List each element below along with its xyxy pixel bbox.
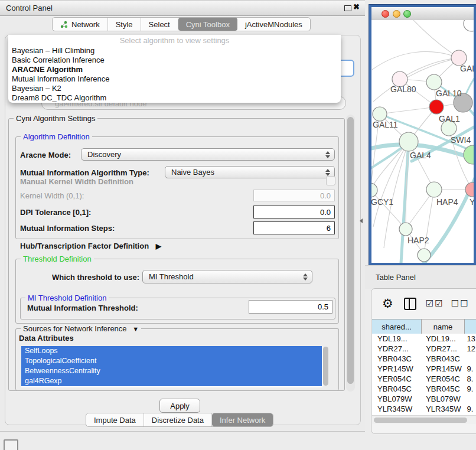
cell[interactable] [464, 354, 476, 364]
cell[interactable]: YDL19... [421, 334, 464, 344]
network-canvas[interactable]: GALGAL80GAL10GAL1GAL11SWI4GAL4GCY1HAP4YH… [371, 20, 474, 263]
mi-steps-input[interactable] [253, 221, 335, 234]
table-row[interactable]: YBL079WYBL079W [372, 394, 476, 404]
cell[interactable]: YDR27... [421, 344, 464, 354]
cell[interactable]: YLR345W [421, 404, 464, 414]
kernel-width-input[interactable] [253, 190, 335, 201]
settings-scrollbar[interactable] [346, 115, 355, 392]
cell[interactable]: YBR045C [421, 384, 464, 394]
table-row[interactable]: YLR345WYLR345W9. [372, 404, 476, 414]
settings-scrollbar-thumb[interactable] [347, 117, 354, 384]
control-panel-window: Control Panel ✖ NetworkStyleSelectCyni T… [0, 0, 365, 432]
data-attribute-item[interactable]: BetweennessCentrality [21, 366, 322, 376]
sources-toggle[interactable]: Sources for Network Inference ▼ [21, 324, 141, 333]
table-panel-title: Table Panel [376, 273, 416, 282]
cell[interactable]: 9. [464, 404, 476, 414]
tab-discretize-data[interactable]: Discretize Data [144, 413, 212, 426]
cell[interactable]: YDR27... [372, 344, 421, 354]
network-node[interactable] [464, 20, 474, 31]
algorithm-option-dream8-dc-tdc-algorithm[interactable]: Dream8 DC_TDC Algorithm [8, 93, 341, 103]
network-node-gal4[interactable] [399, 132, 418, 151]
algorithm-dropdown: Select algorithm to view settings Bayesi… [8, 35, 341, 103]
zoom-traffic-light[interactable] [403, 10, 411, 18]
cell[interactable]: YBR045C [372, 384, 421, 394]
network-node-label: SWI4 [451, 135, 471, 145]
table-row[interactable]: YBR043CYBR043C [372, 354, 476, 364]
cell[interactable]: YLR345W [372, 404, 421, 414]
network-node-gal11[interactable] [373, 107, 387, 121]
hub-definition-toggle[interactable]: Hub/Transcription Factor Definition ▶ [20, 242, 161, 250]
apply-button[interactable]: Apply [159, 399, 200, 413]
cell[interactable]: YER054C [421, 374, 464, 384]
expand-arrow-icon: ▶ [156, 242, 161, 250]
network-node-hap2[interactable] [399, 223, 412, 236]
tab-cyni-toolbox[interactable]: Cyni Toolbox [178, 18, 237, 31]
cell[interactable]: 8. [464, 374, 476, 384]
algorithm-option-bayesian-k2[interactable]: Bayesian – K2 [8, 84, 341, 93]
mi-algorithm-type-select[interactable]: Naive Bayes [165, 166, 335, 178]
table-horizontal-scrollbar[interactable] [372, 415, 476, 424]
algorithm-option-mutual-information-inference[interactable]: Mutual Information Inference [8, 74, 341, 84]
tab-select[interactable]: Select [141, 18, 178, 31]
network-node-gcy1[interactable] [371, 183, 377, 197]
cell[interactable]: 9. [464, 364, 476, 374]
list-scrollbar[interactable] [322, 346, 329, 387]
close-traffic-light[interactable] [382, 10, 389, 18]
cell[interactable]: YBR043C [372, 354, 421, 364]
tab-network[interactable]: Network [53, 18, 108, 31]
tab-infer-network[interactable]: Infer Network [212, 413, 273, 426]
manual-kernel-width-label: Manual Kernel Width Definition [20, 177, 133, 186]
network-node-hap4[interactable] [426, 182, 442, 197]
float-window-button[interactable] [344, 5, 351, 11]
cell[interactable]: YBL079W [372, 394, 421, 404]
data-attribute-item[interactable]: SelfLoops [21, 346, 322, 356]
algorithm-option-bayesian-hill-climbing[interactable]: Bayesian – Hill Climbing [8, 46, 341, 56]
tab-impute-data[interactable]: Impute Data [86, 413, 144, 426]
cell[interactable]: 13 [464, 334, 476, 344]
network-node-gal1[interactable] [429, 100, 444, 114]
table-row[interactable]: YBR045CYBR045C9. [372, 384, 476, 394]
minimized-panel-icon[interactable] [4, 439, 18, 450]
dpi-tolerance-input[interactable] [253, 206, 335, 219]
which-threshold-select[interactable]: MI Threshold [142, 270, 312, 283]
table-row[interactable]: YDL19...YDL19...13 [372, 334, 476, 344]
cell[interactable]: YBR043C [421, 354, 464, 364]
data-attributes-list[interactable]: SelfLoopsTopologicalCoefficientBetweenne… [21, 346, 329, 387]
cell[interactable]: YPR145W [421, 364, 464, 374]
cell[interactable]: 12 [464, 344, 476, 354]
network-view-window[interactable]: GALGAL80GAL10GAL1GAL11SWI4GAL4GCY1HAP4YH… [369, 5, 476, 265]
select-all-checkboxes-icon[interactable]: ☑☑ [426, 298, 444, 309]
table-scrollbar-thumb[interactable] [374, 418, 467, 423]
data-attribute-item[interactable]: TopologicalCoefficient [21, 356, 322, 366]
cell[interactable] [464, 394, 476, 404]
tab-jactivemnodules[interactable]: jActiveMNodules [237, 18, 310, 31]
column-header-extra[interactable] [465, 319, 476, 334]
cell[interactable]: YDL19... [372, 334, 421, 344]
list-scrollbar-thumb[interactable] [323, 347, 328, 386]
table-row[interactable]: YDR27...YDR27...12 [372, 344, 476, 354]
table-row[interactable]: YER054CYER054C8. [372, 374, 476, 384]
cell[interactable]: YPR145W [372, 364, 421, 374]
cell[interactable]: YBL079W [421, 394, 464, 404]
manual-kernel-width-checkbox[interactable] [326, 176, 335, 185]
close-icon[interactable]: ✖ [353, 2, 360, 11]
table-row[interactable]: YPR145WYPR145W9. [372, 364, 476, 374]
column-header-name[interactable]: name [422, 319, 465, 334]
columns-icon[interactable] [404, 298, 416, 310]
gear-icon[interactable]: ⚙ [382, 296, 393, 311]
algorithm-option-aracne-algorithm[interactable]: ARACNE Algorithm [8, 65, 341, 74]
data-attribute-item[interactable]: gal4RGexp [21, 376, 322, 386]
panel-resize-handle[interactable] [360, 219, 363, 223]
aracne-mode-select[interactable]: Discovery [81, 148, 335, 161]
network-node[interactable] [418, 249, 431, 262]
cell[interactable]: YER054C [372, 374, 421, 384]
algorithm-option-basic-correlation-inference[interactable]: Basic Correlation Inference [8, 56, 341, 65]
column-header-shared[interactable]: shared... [372, 319, 422, 334]
network-node-gal10[interactable] [426, 74, 442, 90]
tab-style[interactable]: Style [108, 18, 141, 31]
mi-threshold-input[interactable] [249, 300, 332, 314]
cell[interactable]: 9. [464, 384, 476, 394]
deselect-all-checkboxes-icon[interactable]: ☐☐ [451, 298, 470, 309]
minimize-traffic-light[interactable] [393, 10, 400, 18]
network-node-label: GCY1 [371, 197, 393, 207]
